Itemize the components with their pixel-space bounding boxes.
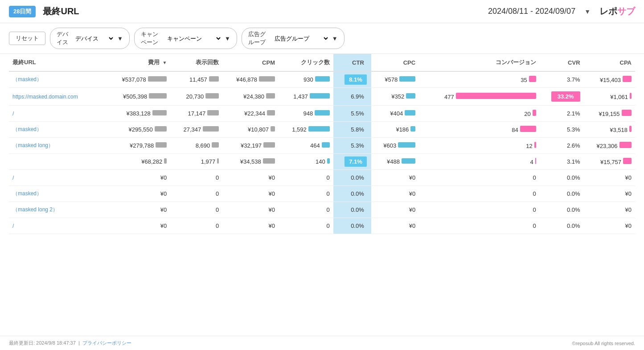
- cell-conversions: 0: [419, 202, 540, 218]
- cell-url: （masked）: [9, 186, 107, 202]
- cell-ctr: 0.0%: [333, 170, 371, 186]
- col-header-clicks: クリック数: [279, 54, 333, 71]
- cell-conversions: 12: [419, 138, 540, 154]
- col-header-cost[interactable]: 費用 ▼: [107, 54, 171, 71]
- cell-clicks: 0: [279, 170, 333, 186]
- days-badge: 28日間: [9, 6, 36, 17]
- cell-cpc: ¥0: [371, 186, 419, 202]
- date-range-dropdown[interactable]: ▼: [582, 7, 592, 16]
- cell-clicks: 464: [279, 138, 333, 154]
- col-header-cvr: CVR: [540, 54, 584, 71]
- cell-cpa: ¥15,757: [584, 154, 635, 170]
- cell-url: /: [9, 218, 107, 234]
- cell-impressions: 17,147: [170, 106, 222, 122]
- clicks-bar: [315, 110, 330, 115]
- cell-cpa: ¥19,155: [584, 106, 635, 122]
- cell-url: （masked）: [9, 71, 107, 88]
- cpa-bar: [630, 93, 632, 99]
- device-filter[interactable]: デバイス デバイス ▼: [50, 28, 130, 49]
- cell-ctr: 8.1%: [333, 71, 371, 88]
- cell-impressions: 8,690: [170, 138, 222, 154]
- conv-bar: [533, 110, 536, 116]
- adgroup-select[interactable]: 広告グループ: [273, 35, 329, 42]
- cell-cpa: ¥15,403: [584, 71, 635, 88]
- cpm-bar: [267, 110, 275, 115]
- cpm-bar: [263, 158, 275, 164]
- cell-cpa: ¥1,061: [584, 88, 635, 106]
- col-header-cpm: CPM: [222, 54, 279, 71]
- cpc-bar: [402, 158, 415, 164]
- cell-cvr: 0.0%: [540, 170, 584, 186]
- campaign-filter[interactable]: キャンペーン キャンペーン ▼: [134, 28, 237, 49]
- cell-cpc: ¥0: [371, 202, 419, 218]
- cell-conversions: 477: [419, 88, 540, 106]
- table-row: /¥00¥000.0%¥000.0%¥0: [9, 170, 635, 186]
- cell-ctr: 6.9%: [333, 88, 371, 106]
- cell-url: （masked）: [9, 122, 107, 138]
- cpm-bar: [259, 76, 275, 82]
- cpa-bar: [623, 158, 632, 164]
- cell-cost: ¥0: [107, 202, 171, 218]
- campaign-select[interactable]: キャンペーン: [165, 35, 222, 42]
- cost-bar: [156, 142, 167, 148]
- cell-cpm: ¥24,380: [222, 88, 279, 106]
- cell-cpm: ¥0: [222, 202, 279, 218]
- clicks-bar: [315, 76, 330, 82]
- cell-cpm: ¥34,538: [222, 154, 279, 170]
- page-title: 最終URL: [43, 5, 481, 17]
- cpm-bar: [266, 93, 275, 99]
- cell-clicks: 0: [279, 218, 333, 234]
- cell-cpc: ¥352: [371, 88, 419, 106]
- col-header-url: 最終URL: [9, 54, 107, 71]
- cost-bar: [164, 158, 167, 164]
- cell-cpm: ¥0: [222, 186, 279, 202]
- cell-cpm: ¥0: [222, 218, 279, 234]
- clicks-bar: [327, 158, 330, 164]
- conv-bar: [529, 76, 536, 82]
- conv-bar: [535, 158, 536, 164]
- cpc-bar: [405, 110, 415, 115]
- cell-cvr: 5.3%: [540, 122, 584, 138]
- device-select[interactable]: デバイス: [74, 35, 115, 42]
- logo: レポサブ: [599, 5, 635, 17]
- cell-cost: ¥505,398: [107, 88, 171, 106]
- cell-ctr: 0.0%: [333, 202, 371, 218]
- conv-bar: [456, 93, 536, 99]
- table-row: （masked）¥295,55027,347¥10,8071,5925.8%¥1…: [9, 122, 635, 138]
- impressions-bar: [207, 110, 219, 115]
- cell-cpc: ¥404: [371, 106, 419, 122]
- adgroup-filter[interactable]: 広告グループ 広告グループ ▼: [242, 28, 345, 49]
- cell-conversions: 0: [419, 186, 540, 202]
- cpm-bar: [263, 142, 275, 148]
- cost-bar: [149, 93, 167, 99]
- cell-cvr: 2.1%: [540, 106, 584, 122]
- cell-cpa: ¥0: [584, 170, 635, 186]
- col-header-conversions: コンバージョン: [419, 54, 540, 71]
- conv-bar: [520, 126, 536, 132]
- table-body: （masked）¥537,07811,457¥46,8789308.1%¥578…: [9, 71, 635, 234]
- cell-cpc: ¥488: [371, 154, 419, 170]
- cell-cvr: 0.0%: [540, 218, 584, 234]
- reset-button[interactable]: リセット: [9, 32, 45, 45]
- clicks-bar: [310, 93, 330, 99]
- data-table-container: 最終URL 費用 ▼ 表示回数 CPM クリック数 CTR CPC コンバージョ…: [0, 54, 644, 234]
- col-header-cpc: CPC: [371, 54, 419, 71]
- cost-bar: [155, 126, 167, 132]
- cell-conversions: 20: [419, 106, 540, 122]
- cell-cost: ¥279,788: [107, 138, 171, 154]
- cell-conversions: 0: [419, 170, 540, 186]
- cell-url: /: [9, 106, 107, 122]
- impressions-bar: [217, 158, 219, 164]
- cell-impressions: 20,730: [170, 88, 222, 106]
- cell-url: [9, 154, 107, 170]
- cell-cpm: ¥10,807: [222, 122, 279, 138]
- cell-cost: ¥537,078: [107, 71, 171, 88]
- cell-ctr: 5.8%: [333, 122, 371, 138]
- clicks-bar: [322, 142, 330, 148]
- cell-cost: ¥383,128: [107, 106, 171, 122]
- cpa-bar: [629, 126, 632, 132]
- filter-bar: リセット デバイス デバイス ▼ キャンペーン キャンペーン ▼ 広告グループ …: [0, 23, 644, 54]
- cell-url: （masked long 2）: [9, 202, 107, 218]
- cell-url: （masked long）: [9, 138, 107, 154]
- table-header-row: 最終URL 費用 ▼ 表示回数 CPM クリック数 CTR CPC コンバージョ…: [9, 54, 635, 71]
